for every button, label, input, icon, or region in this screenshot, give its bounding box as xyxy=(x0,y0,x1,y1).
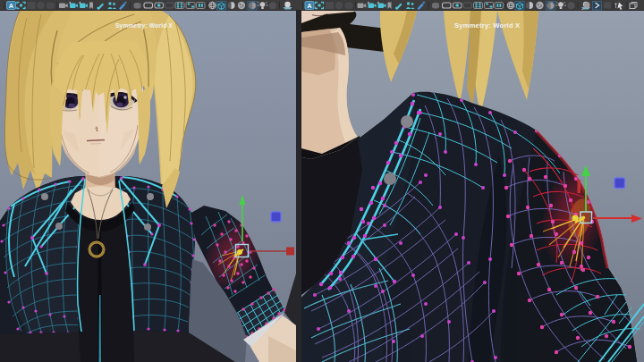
svg-text:A: A xyxy=(9,2,14,10)
svg-text:Symmetry: World X: Symmetry: World X xyxy=(454,21,520,29)
svg-text:Symmetry: World X: Symmetry: World X xyxy=(115,22,174,29)
